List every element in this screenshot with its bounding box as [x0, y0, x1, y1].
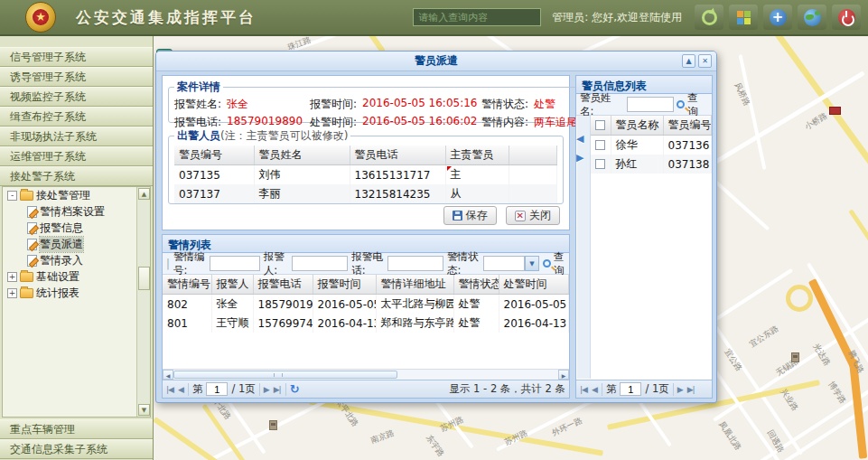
officer-name-input[interactable]: [627, 97, 674, 112]
sidebar-item-key-vehicles[interactable]: 重点车辆管理: [0, 419, 153, 439]
sidebar-item-investigation[interactable]: 缉查布控子系统: [0, 107, 153, 127]
table-row[interactable]: 802 张全 18579019890 2016-05-05 16:... 太平北…: [163, 295, 569, 314]
tree-node-dispatch-mgmt[interactable]: - 接处警管理: [3, 187, 150, 203]
map-building-icon: [269, 420, 277, 430]
table-row[interactable]: 孙红 037138: [591, 155, 712, 174]
app-title: 公安交通集成指挥平台: [76, 7, 257, 28]
filter-label: 报警人:: [264, 250, 289, 277]
col-header[interactable]: 报警电话: [253, 275, 313, 295]
prev-page-icon[interactable]: ◀: [592, 381, 598, 398]
folder-icon: [20, 288, 33, 298]
officer-pager: ◀ ◀ 第 / 1页 ▶ ▶: [576, 380, 712, 398]
reporter-input[interactable]: [292, 256, 348, 271]
sidebar-item-offsite[interactable]: 非现场执法子系统: [0, 127, 153, 146]
alert-no-input[interactable]: [210, 256, 260, 271]
police-badge-icon: [25, 2, 56, 33]
status-combo[interactable]: ▼: [483, 256, 539, 271]
tree-scrollbar[interactable]: ▲ ▼: [136, 187, 150, 417]
col-header-sorted[interactable]: 警情编号▼: [163, 275, 211, 295]
global-search-input[interactable]: [413, 8, 541, 26]
row-checkbox[interactable]: [595, 159, 605, 169]
phone-input[interactable]: [387, 256, 443, 271]
expand-icon[interactable]: +: [7, 288, 17, 298]
move-left-arrow-icon[interactable]: ◀: [576, 133, 583, 145]
scroll-right-icon[interactable]: ▶: [558, 370, 569, 380]
scroll-thumb[interactable]: [138, 267, 150, 290]
tree-node-basic-settings[interactable]: + 基础设置: [3, 268, 150, 285]
col-header[interactable]: 警情状态: [453, 275, 499, 295]
last-page-icon[interactable]: ▶: [274, 381, 282, 398]
collapse-icon[interactable]: ▲: [682, 54, 695, 68]
field-label: 警情状态:: [481, 97, 528, 112]
map-roundabout: [786, 285, 813, 312]
col-header[interactable]: 警员电话: [350, 146, 445, 165]
add-icon[interactable]: +: [763, 5, 792, 30]
first-page-icon[interactable]: ◀: [580, 381, 588, 398]
chevron-down-icon[interactable]: ▼: [525, 256, 539, 271]
close-button[interactable]: ✕关闭: [506, 206, 560, 225]
tree-node-officer-dispatch[interactable]: 警员派遣: [3, 236, 150, 252]
last-page-icon[interactable]: ▶: [687, 381, 695, 398]
case-details-legend: 案件详情: [174, 80, 223, 95]
scroll-left-icon[interactable]: ◀: [163, 370, 173, 380]
sidebar-item-signal[interactable]: 信号管理子系统: [0, 47, 153, 67]
col-header[interactable]: 报警人: [211, 275, 253, 295]
map-road-label: 回遇路: [764, 428, 787, 455]
map-road: [848, 209, 868, 301]
globe-icon[interactable]: [798, 5, 826, 30]
scroll-down-icon[interactable]: ▼: [138, 404, 150, 416]
col-header[interactable]: 警员编号: [663, 116, 712, 136]
save-button[interactable]: 保存: [443, 206, 497, 225]
col-header[interactable]: 报警时间: [313, 275, 376, 295]
collapse-icon[interactable]: -: [7, 191, 17, 201]
dispatch-personnel-legend: 出警人员(注：主责警员可以被修改): [174, 128, 350, 144]
power-icon[interactable]: [832, 5, 861, 30]
recycle-icon[interactable]: [695, 5, 723, 30]
expand-icon[interactable]: +: [7, 272, 17, 282]
table-row[interactable]: 801 王守顺 15769974813 2016-04-13 12:... 郑和…: [163, 314, 569, 333]
col-header[interactable]: 警员编号: [174, 146, 254, 165]
col-header[interactable]: 处警时间: [499, 275, 569, 295]
sidebar-item-ops[interactable]: 运维管理子系统: [0, 146, 153, 166]
status-combo-input[interactable]: [483, 256, 525, 271]
col-header[interactable]: 警员姓名: [254, 146, 350, 165]
col-header-checkbox[interactable]: [591, 116, 611, 136]
table-row[interactable]: 037135 刘伟 13615131717 主: [174, 165, 557, 185]
sidebar-item-traffic-collection[interactable]: 交通信息采集子系统: [0, 439, 153, 459]
select-all-checkbox[interactable]: [595, 120, 605, 130]
move-right-arrow-icon[interactable]: ▶: [576, 152, 583, 164]
horizontal-scrollbar[interactable]: ◀ ▶: [163, 369, 569, 380]
alert-search-button[interactable]: 查询: [543, 250, 565, 277]
sidebar-item-dispatch-system[interactable]: 接处警子系统: [0, 166, 153, 186]
window-titlebar[interactable]: 警员派遣 ▲ ✕: [156, 52, 716, 71]
page-number-input[interactable]: [620, 382, 641, 396]
page-number-input[interactable]: [206, 382, 228, 396]
tree-node-alarm-info[interactable]: 报警信息: [3, 220, 150, 236]
field-label: 报警姓名:: [174, 97, 221, 112]
table-row[interactable]: 037137 李丽 13215814235 从: [174, 184, 557, 203]
sidebar-item-guidance[interactable]: 诱导管理子系统: [0, 67, 153, 87]
col-header[interactable]: 警员名称: [611, 116, 663, 136]
filter-label: 警情编号:: [173, 250, 206, 277]
next-page-icon[interactable]: ▶: [677, 381, 684, 398]
refresh-icon[interactable]: ↻: [290, 382, 300, 396]
table-row[interactable]: 徐华 037136: [591, 136, 712, 155]
tree-node-archive-settings[interactable]: 警情档案设置: [3, 203, 150, 220]
next-page-icon[interactable]: ▶: [264, 381, 270, 398]
map-road-label: 苏州路: [503, 427, 530, 448]
tree-node-statistics[interactable]: + 统计报表: [3, 285, 150, 301]
col-header[interactable]: 警情详细地址: [376, 275, 453, 295]
row-checkbox[interactable]: [595, 140, 605, 150]
search-icon: [543, 259, 551, 268]
sidebar-item-video[interactable]: 视频监控子系统: [0, 87, 153, 107]
close-icon[interactable]: ✕: [698, 54, 712, 68]
officer-search-button[interactable]: 查询: [677, 91, 708, 118]
tree-node-alert-entry[interactable]: 警情录入: [3, 252, 150, 268]
col-header[interactable]: 主责警员: [445, 146, 509, 165]
apps-grid-icon[interactable]: [729, 5, 758, 30]
prev-page-icon[interactable]: ◀: [178, 381, 184, 398]
scroll-up-icon[interactable]: ▲: [138, 188, 150, 200]
first-page-icon[interactable]: ◀: [166, 381, 174, 398]
field-value: 张全: [227, 97, 248, 112]
scroll-thumb[interactable]: [173, 371, 397, 379]
